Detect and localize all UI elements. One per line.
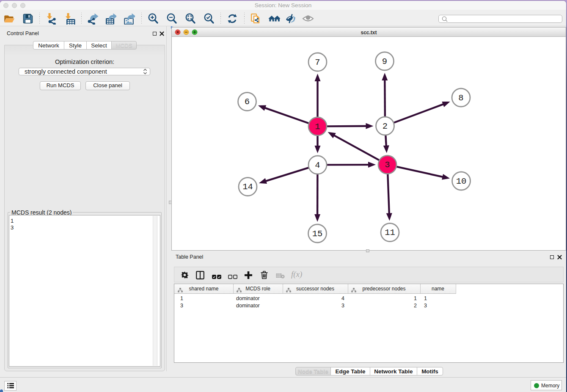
svg-text:14: 14	[242, 182, 253, 192]
svg-text:7: 7	[315, 58, 320, 67]
svg-text:6: 6	[245, 97, 250, 107]
svg-text:15: 15	[312, 229, 323, 239]
svg-text:11: 11	[385, 228, 395, 237]
svg-text:1: 1	[315, 122, 320, 132]
svg-text:9: 9	[382, 57, 387, 66]
svg-text:8: 8	[458, 93, 463, 103]
svg-text:4: 4	[315, 160, 320, 170]
svg-text:2: 2	[383, 121, 388, 131]
svg-text:3: 3	[385, 160, 390, 170]
svg-text:10: 10	[456, 177, 467, 186]
